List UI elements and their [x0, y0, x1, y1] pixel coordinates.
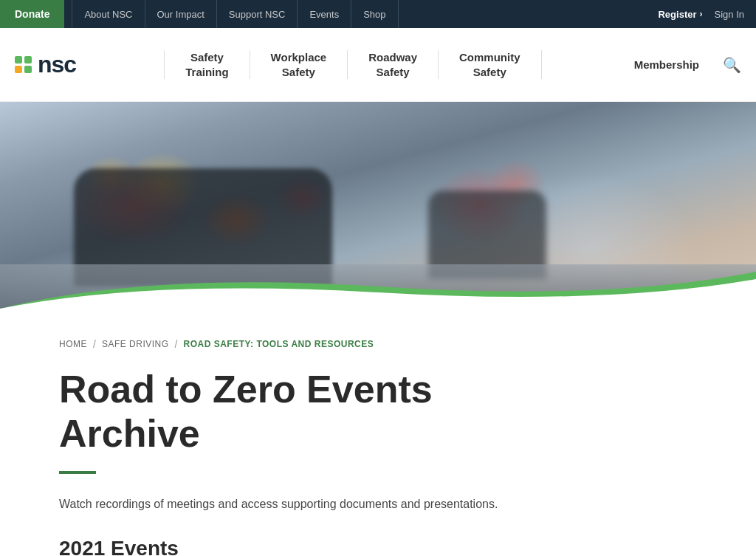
logo-dot-3 [15, 66, 22, 73]
nav-workplace-safety[interactable]: WorkplaceSafety [250, 50, 348, 79]
signin-link[interactable]: Sign In [715, 9, 744, 20]
top-bar: Donate About NSC Our Impact Support NSC … [0, 0, 756, 28]
search-icon: 🔍 [723, 57, 741, 73]
breadcrumb: HOME / SAFE DRIVING / ROAD SAFETY: TOOLS… [59, 338, 605, 350]
events-year-heading: 2021 Events [59, 537, 605, 556]
nsc-logo-text: nsc [38, 51, 76, 78]
events-link[interactable]: Events [298, 0, 351, 28]
nav-safety-training[interactable]: SafetyTraining [164, 50, 250, 79]
membership-link[interactable]: Membership [622, 58, 711, 71]
main-content: HOME / SAFE DRIVING / ROAD SAFETY: TOOLS… [0, 309, 756, 556]
nsc-logo-dots [15, 56, 32, 73]
content-area: HOME / SAFE DRIVING / ROAD SAFETY: TOOLS… [0, 309, 664, 556]
main-nav-right: Membership 🔍 [622, 56, 741, 74]
about-nsc-link[interactable]: About NSC [72, 0, 145, 28]
register-arrow: › [700, 9, 703, 19]
page-title-line1: Road to Zero Events [59, 368, 433, 411]
hero-curve [0, 272, 756, 309]
breadcrumb-safe-driving[interactable]: SAFE DRIVING [102, 339, 169, 349]
nsc-logo[interactable]: nsc [15, 51, 76, 78]
our-impact-link[interactable]: Our Impact [145, 0, 217, 28]
top-bar-nav: About NSC Our Impact Support NSC Events … [72, 0, 398, 28]
breadcrumb-current[interactable]: ROAD SAFETY: TOOLS AND RESOURCES [183, 339, 374, 349]
main-nav-links: SafetyTraining WorkplaceSafety RoadwaySa… [91, 50, 615, 79]
nav-community-safety[interactable]: CommunitySafety [439, 50, 542, 79]
donate-button[interactable]: Donate [0, 0, 64, 28]
logo-dot-4 [24, 66, 32, 73]
breadcrumb-sep-2: / [175, 338, 178, 350]
register-label: Register [658, 9, 696, 20]
register-link[interactable]: Register › [658, 9, 702, 20]
breadcrumb-home[interactable]: HOME [59, 339, 87, 349]
hero-image [0, 102, 756, 309]
page-title: Road to Zero Events Archive [59, 368, 605, 456]
logo-dot-1 [15, 56, 22, 64]
breadcrumb-sep-1: / [93, 338, 96, 350]
shop-link[interactable]: Shop [351, 0, 398, 28]
nav-roadway-safety[interactable]: RoadwaySafety [348, 50, 439, 79]
support-nsc-link[interactable]: Support NSC [217, 0, 298, 28]
search-button[interactable]: 🔍 [723, 56, 741, 74]
page-title-line2: Archive [59, 412, 200, 455]
top-bar-right: Register › Sign In [658, 9, 744, 20]
main-nav: nsc SafetyTraining WorkplaceSafety Roadw… [0, 28, 756, 102]
green-divider [59, 471, 96, 474]
logo-dot-2 [24, 56, 32, 64]
page-description: Watch recordings of meetings and access … [59, 495, 605, 514]
